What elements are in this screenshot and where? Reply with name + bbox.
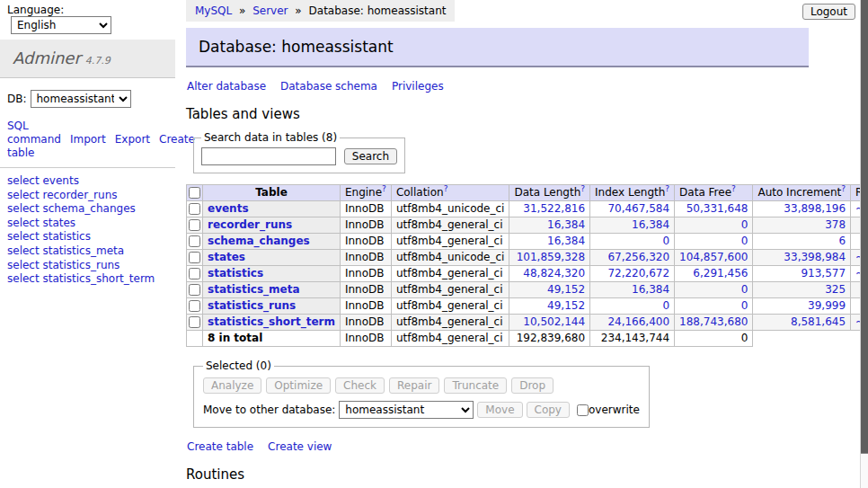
search-input[interactable] bbox=[201, 147, 336, 165]
drop-button[interactable]: Drop bbox=[511, 377, 554, 394]
table-name-link[interactable]: states bbox=[208, 251, 245, 263]
scrollbar-track[interactable] bbox=[860, 0, 868, 488]
sidebar-action-sql-command[interactable]: SQL command bbox=[7, 120, 61, 146]
row-checkbox[interactable] bbox=[189, 284, 200, 296]
data-free-cell-link[interactable]: 0 bbox=[741, 218, 748, 231]
select-all-checkbox[interactable] bbox=[189, 187, 200, 199]
data-length-cell-link[interactable]: 10,502,144 bbox=[523, 315, 585, 328]
repair-button[interactable]: Repair bbox=[389, 377, 439, 394]
index-length-cell: 16,384 bbox=[590, 282, 675, 298]
help-link[interactable]: ? bbox=[444, 184, 448, 193]
privileges-link[interactable]: Privileges bbox=[392, 80, 444, 93]
data-free-cell-link[interactable]: 0 bbox=[741, 235, 748, 247]
row-checkbox[interactable] bbox=[189, 268, 200, 279]
create-view-link[interactable]: Create view bbox=[268, 440, 332, 453]
table-name-link[interactable]: schema_changes bbox=[208, 235, 310, 247]
sidebar-select-link[interactable]: select statistics_short_term bbox=[7, 272, 155, 285]
data-length-cell: 16,384 bbox=[509, 217, 590, 234]
copy-button[interactable]: Copy bbox=[527, 402, 570, 418]
sidebar-action-export[interactable]: Export bbox=[115, 133, 150, 146]
data-free-cell-link[interactable]: 104,857,600 bbox=[679, 251, 748, 263]
data-length-cell-link[interactable]: 16,384 bbox=[547, 235, 585, 247]
data-length-cell-link[interactable]: 49,152 bbox=[547, 283, 585, 296]
logout-button[interactable]: Logout bbox=[802, 4, 855, 20]
breadcrumb-item[interactable]: MySQL bbox=[195, 4, 232, 17]
row-checkbox[interactable] bbox=[189, 316, 200, 328]
row-checkbox[interactable] bbox=[189, 235, 200, 247]
data-free-cell-link[interactable]: 0 bbox=[741, 283, 748, 296]
app-logo[interactable]: Adminer bbox=[13, 49, 81, 67]
db-select[interactable]: homeassistant bbox=[31, 90, 131, 108]
data-free-cell-link[interactable]: 0 bbox=[741, 299, 748, 312]
index-length-cell-link[interactable]: 72,220,672 bbox=[607, 267, 669, 279]
scrollbar-thumb[interactable] bbox=[861, 0, 868, 454]
sidebar-select-link[interactable]: select recorder_runs bbox=[7, 189, 118, 201]
help-link[interactable]: ? bbox=[580, 184, 585, 193]
row-checkbox[interactable] bbox=[189, 203, 200, 215]
auto-increment-cell-link[interactable]: 325 bbox=[825, 283, 846, 296]
auto-increment-cell: 33,898,196 bbox=[753, 201, 851, 217]
table-name-link[interactable]: statistics_meta bbox=[208, 283, 300, 296]
help-link[interactable]: ? bbox=[841, 184, 846, 193]
total-row: 8 in totalInnoDButf8mb4_general_ci192,83… bbox=[187, 331, 868, 347]
tables-and-views-heading: Tables and views bbox=[186, 106, 860, 122]
overwrite-label[interactable]: overwrite bbox=[589, 404, 640, 416]
data-length-cell-link[interactable]: 49,152 bbox=[547, 299, 585, 312]
truncate-button[interactable]: Truncate bbox=[444, 377, 507, 394]
sidebar-action-import[interactable]: Import bbox=[70, 133, 106, 146]
data-length-cell-link[interactable]: 101,859,328 bbox=[517, 251, 585, 263]
index-length-cell-link[interactable]: 16,384 bbox=[632, 283, 669, 296]
auto-increment-cell-link[interactable]: 33,398,984 bbox=[784, 251, 846, 263]
alter-database-link[interactable]: Alter database bbox=[187, 80, 266, 93]
row-checkbox[interactable] bbox=[189, 252, 200, 263]
overwrite-checkbox[interactable] bbox=[577, 404, 589, 416]
analyze-button[interactable]: Analyze bbox=[203, 377, 261, 394]
search-button[interactable]: Search bbox=[344, 148, 397, 164]
table-name-link[interactable]: statistics_runs bbox=[208, 299, 296, 312]
auto-increment-cell-link[interactable]: 8,581,645 bbox=[791, 315, 846, 328]
auto-increment-cell-link[interactable]: 6 bbox=[838, 235, 846, 247]
data-length-cell-link[interactable]: 31,522,816 bbox=[523, 202, 585, 215]
help-link[interactable]: ? bbox=[731, 184, 736, 193]
data-free-cell-link[interactable]: 50,331,648 bbox=[686, 202, 748, 215]
sidebar-select-link[interactable]: select schema_changes bbox=[7, 202, 136, 215]
data-free-cell-link[interactable]: 188,743,680 bbox=[679, 315, 748, 328]
auto-increment-cell-link[interactable]: 378 bbox=[825, 218, 846, 231]
sidebar-select-link[interactable]: select statistics_runs bbox=[7, 259, 120, 271]
database-actions-links: Alter databaseDatabase schemaPrivileges bbox=[187, 80, 860, 93]
index-length-cell-link[interactable]: 0 bbox=[662, 299, 669, 312]
index-length-cell-link[interactable]: 67,256,320 bbox=[607, 251, 669, 263]
data-length-cell-link[interactable]: 48,824,320 bbox=[523, 267, 585, 279]
auto-increment-cell-link[interactable]: 39,999 bbox=[808, 299, 846, 312]
index-length-cell-link[interactable]: 70,467,584 bbox=[607, 202, 669, 215]
help-link[interactable]: ? bbox=[382, 184, 386, 193]
language-select[interactable]: English bbox=[11, 16, 111, 34]
help-link[interactable]: ? bbox=[665, 184, 669, 193]
table-name-link[interactable]: statistics bbox=[208, 267, 263, 279]
move-button[interactable]: Move bbox=[477, 402, 522, 418]
sidebar-select-link[interactable]: select statistics bbox=[7, 230, 91, 243]
index-length-cell-link[interactable]: 24,166,400 bbox=[607, 315, 669, 328]
sidebar-select-link[interactable]: select states bbox=[7, 217, 75, 229]
sidebar-table-link-row: select statistics bbox=[7, 230, 168, 244]
data-free-cell-link[interactable]: 6,291,456 bbox=[693, 267, 748, 279]
index-length-cell-link[interactable]: 0 bbox=[662, 235, 669, 247]
move-db-select[interactable]: homeassistant bbox=[339, 401, 474, 419]
auto-increment-cell-link[interactable]: 33,898,196 bbox=[784, 202, 846, 215]
database-schema-link[interactable]: Database schema bbox=[280, 80, 377, 93]
sidebar-select-link[interactable]: select statistics_meta bbox=[7, 244, 124, 257]
create-table-link[interactable]: Create table bbox=[187, 440, 253, 453]
sidebar-select-link[interactable]: select events bbox=[7, 174, 79, 187]
auto-increment-cell-link[interactable]: 913,577 bbox=[801, 267, 846, 279]
sidebar-table-link-row: select schema_changes bbox=[7, 202, 168, 217]
table-name-link[interactable]: recorder_runs bbox=[208, 218, 292, 231]
breadcrumb-item[interactable]: Server bbox=[252, 4, 288, 17]
data-length-cell-link[interactable]: 16,384 bbox=[547, 218, 585, 231]
row-checkbox[interactable] bbox=[189, 219, 200, 231]
table-name-link[interactable]: statistics_short_term bbox=[208, 315, 335, 328]
row-checkbox[interactable] bbox=[189, 300, 200, 312]
optimize-button[interactable]: Optimize bbox=[266, 377, 331, 394]
table-name-link[interactable]: events bbox=[208, 202, 249, 215]
check-button[interactable]: Check bbox=[335, 377, 385, 394]
index-length-cell-link[interactable]: 16,384 bbox=[632, 218, 669, 231]
